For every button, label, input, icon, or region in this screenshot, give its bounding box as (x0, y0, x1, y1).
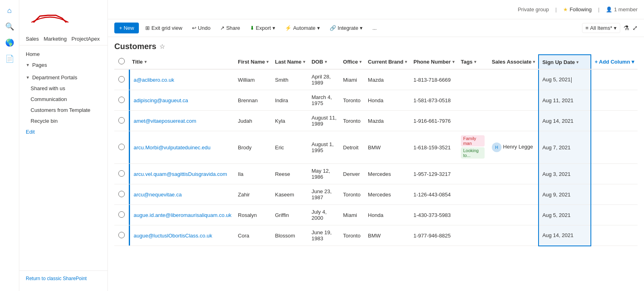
select-all-header[interactable] (114, 55, 129, 69)
exit-grid-button[interactable]: ⊞ Exit grid view (142, 23, 186, 33)
row-select-checkbox[interactable] (118, 97, 125, 103)
signup-date-cell[interactable]: Aug 11, 2021 (539, 90, 591, 111)
brand-cell: Mercedes (365, 184, 410, 205)
phone-cell: 1-126-443-0854 (410, 184, 457, 205)
more-button[interactable]: ... (369, 23, 380, 33)
sidebar-section-dept-header[interactable]: ▼ Department Portals (19, 72, 107, 83)
marketing-nav[interactable]: Marketing (44, 36, 67, 42)
row-select-checkbox[interactable] (118, 170, 125, 177)
tags-cell (458, 164, 489, 184)
member-count[interactable]: 👤 1 member (606, 6, 638, 12)
row-select-checkbox[interactable] (118, 232, 125, 238)
office-cell: Toronto (340, 184, 365, 205)
title-value[interactable]: a@aclibero.co.uk (134, 77, 174, 83)
globe-rail-icon[interactable]: 🌎 (2, 35, 17, 50)
row-checkbox-cell (114, 131, 129, 164)
title-value[interactable]: arcu.Morbi@vulputateduinec.edu (134, 144, 211, 151)
person-icon: 👤 (606, 6, 612, 12)
sidebar-item-customers-template[interactable]: Customers from Template (19, 105, 107, 116)
all-items-button[interactable]: ≡ All Items* ▾ (582, 23, 621, 33)
title-col-header[interactable]: Title ▾ (129, 55, 235, 69)
signup-col-header[interactable]: Sign Up Date ▾ (539, 55, 591, 69)
sidebar-return-classic[interactable]: Return to classic SharePoint (19, 270, 107, 286)
dob-sort-icon: ▾ (325, 60, 327, 64)
row-select-checkbox[interactable] (118, 117, 125, 124)
sidebar-home[interactable]: Home (19, 49, 107, 60)
add-column-label[interactable]: + Add Column ▾ (594, 59, 634, 65)
signup-date-cell[interactable]: Aug 7, 2021 (539, 131, 591, 164)
search-rail-icon[interactable]: 🔍 (2, 19, 17, 34)
sales-nav[interactable]: Sales (26, 36, 39, 42)
sidebar-item-shared[interactable]: Shared with us (19, 83, 107, 94)
row-select-checkbox[interactable] (118, 211, 125, 218)
dob-cell: July 4, 2000 (308, 205, 340, 225)
office-col-label: Office (343, 59, 358, 65)
sidebar-item-recycle[interactable]: Recycle bin (19, 116, 107, 126)
dob-col-header[interactable]: DOB ▾ (308, 55, 340, 69)
dob-cell: August 11, 1989 (308, 111, 340, 131)
sidebar-item-edit[interactable]: Edit (19, 126, 107, 137)
tags-cell (458, 225, 489, 246)
last-name-cell: Blossom (272, 225, 308, 246)
title-value[interactable]: adipiscing@augueut.ca (134, 97, 188, 103)
brand-cell: Mazda (365, 111, 410, 131)
office-cell: Toronto (340, 225, 365, 246)
row-select-checkbox[interactable] (118, 191, 125, 197)
table-row: augue.id.ante@liberomaurisaliquam.co.ukR… (114, 205, 638, 225)
phone-cell: 1-618-159-3521 (410, 131, 457, 164)
add-col-header[interactable]: + Add Column ▾ (591, 55, 638, 69)
following-button[interactable]: ★ Following (563, 6, 592, 12)
title-value[interactable]: augue@luctuslObortisClass.co.uk (134, 233, 212, 239)
first-name-col-header[interactable]: First Name ▾ (235, 55, 272, 69)
signup-date-cell[interactable]: Aug 14, 2021 (539, 225, 591, 246)
table-row: amet@vitaeposuereat.comJudahKylaAugust 1… (114, 111, 638, 131)
signup-date-cell[interactable]: Aug 5, 2021 (539, 69, 591, 90)
private-group-label: Private group (518, 6, 549, 12)
title-value[interactable]: arcu@nequevitae.ca (134, 192, 182, 198)
last-name-cell: Indira (272, 90, 308, 111)
home-rail-icon[interactable]: ⌂ (2, 3, 17, 18)
phone-col-header[interactable]: Phone Number ▾ (410, 55, 457, 69)
associate-cell (489, 111, 539, 131)
dob-cell: May 12, 1986 (308, 164, 340, 184)
new-button[interactable]: + New (114, 23, 139, 33)
undo-label: Undo (198, 25, 211, 31)
sidebar-section-pages-header[interactable]: ▼ Pages (19, 60, 107, 70)
expand-icon[interactable]: ⤢ (632, 24, 638, 32)
projectapex-nav[interactable]: ProjectApex (72, 36, 100, 42)
automate-button[interactable]: ⚡ Automate ▾ (282, 23, 323, 33)
office-col-header[interactable]: Office ▾ (340, 55, 365, 69)
favorite-star-icon[interactable]: ☆ (159, 43, 165, 50)
document-rail-icon[interactable]: 📄 (2, 52, 17, 66)
title-value[interactable]: augue.id.ante@liberomaurisaliquam.co.uk (134, 212, 231, 218)
automate-chevron-icon: ▾ (317, 25, 320, 31)
add-col-cell (591, 184, 638, 205)
integrate-button[interactable]: 🔗 Integrate ▾ (326, 23, 366, 33)
add-col-cell (591, 205, 638, 225)
undo-button[interactable]: ↩ Undo (189, 23, 214, 33)
title-value[interactable]: arcu.vel.quam@sagittisDuisgravida.com (134, 171, 227, 177)
tags-cell (458, 111, 489, 131)
tag-badge: Looking to... (461, 147, 485, 159)
top-nav: Sales Marketing ProjectApex (19, 36, 107, 45)
sidebar-item-communication[interactable]: Communication (19, 94, 107, 105)
signup-date-cell[interactable]: Aug 5, 2021 (539, 205, 591, 225)
export-button[interactable]: ⬇ Export ▾ (247, 23, 279, 33)
brand-col-header[interactable]: Current Brand ▾ (365, 55, 410, 69)
share-button[interactable]: ↗ Share (217, 23, 244, 33)
associate-col-header[interactable]: Sales Associate ▾ (489, 55, 539, 69)
row-select-checkbox[interactable] (118, 76, 125, 83)
signup-date-cell[interactable]: Aug 3, 2021 (539, 164, 591, 184)
signup-date-cell[interactable]: Aug 9, 2021 (539, 184, 591, 205)
all-items-label: All Items* (590, 25, 612, 31)
title-cell: a@aclibero.co.uk (129, 69, 235, 90)
sidebar: Sales Marketing ProjectApex Home ▼ Pages… (19, 0, 108, 291)
title-value[interactable]: amet@vitaeposuereat.com (134, 118, 196, 124)
signup-date-cell[interactable]: Aug 14, 2021 (539, 111, 591, 131)
office-cell: Miami (340, 69, 365, 90)
tags-col-header[interactable]: Tags ▾ (458, 55, 489, 69)
last-name-col-header[interactable]: Last Name ▾ (272, 55, 308, 69)
table-header-row: Title ▾ First Name ▾ Last Name ▾ (114, 55, 638, 69)
row-select-checkbox[interactable] (118, 144, 125, 150)
filter-icon[interactable]: ⚗ (623, 24, 629, 32)
